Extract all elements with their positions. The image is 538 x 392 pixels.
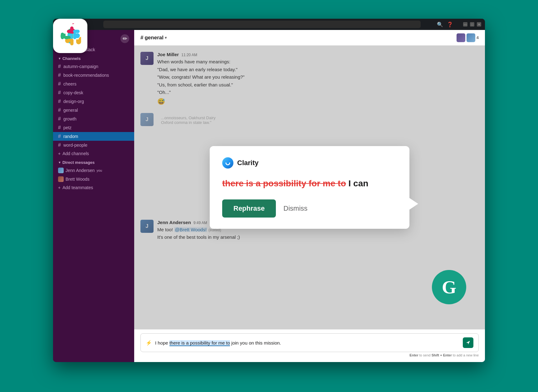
channel-name: growth — [63, 116, 76, 121]
sidebar-item-copy-desk[interactable]: # copy-desk — [53, 88, 134, 97]
channel-hash: # — [140, 35, 143, 41]
dm-section-header[interactable]: ▼ Direct messages — [53, 158, 134, 166]
plus-icon: + — [58, 185, 61, 190]
modal-overlay: Clarity there is a possibility for me to… — [134, 46, 485, 329]
dismiss-button[interactable]: Dismiss — [283, 204, 307, 213]
brett-name: Brett Woods — [66, 177, 90, 182]
shift-enter-hint: Shift + Enter — [432, 353, 452, 357]
new-message-button[interactable]: ✏ — [120, 34, 129, 43]
sidebar-item-design-org[interactable]: # design-org — [53, 97, 134, 106]
main-content: # general ▾ 4 J — [134, 30, 485, 362]
brett-avatar — [58, 176, 64, 182]
sidebar-item-cheers[interactable]: # cheers — [53, 80, 134, 88]
channel-name: cheers — [63, 81, 76, 86]
sidebar-item-autumn-campaign[interactable]: # autumn-campaign — [53, 62, 134, 71]
svg-rect-1 — [61, 33, 64, 39]
message-input-box[interactable]: ⚡ I hope there is a possibility for me t… — [140, 333, 479, 352]
add-teammates-label: Add teammates — [62, 185, 93, 190]
enter-key-hint: Enter — [409, 353, 418, 357]
dm-label: Direct messages — [62, 160, 95, 165]
sidebar-item-add-teammates[interactable]: + Add teammates — [53, 184, 134, 192]
search-bar[interactable] — [103, 21, 421, 28]
channel-name: book-recommendations — [63, 73, 109, 78]
hash-icon: # — [58, 107, 61, 113]
sidebar-item-word-people[interactable]: # word-people — [53, 141, 134, 149]
sidebar-item-jenn-andersen[interactable]: Jenn Andersen you — [53, 166, 134, 175]
clarity-logo-icon — [222, 157, 233, 169]
app-layout: AcmeCo ▾ ✏ ⋮⋮ Browse Slack ▼ Channels # … — [53, 30, 485, 362]
sidebar-item-general[interactable]: # general — [53, 106, 134, 115]
hash-icon: # — [58, 116, 61, 122]
rephrase-button[interactable]: Rephrase — [222, 199, 276, 218]
message-input-text[interactable]: I hope there is a possibility for me to … — [155, 340, 460, 345]
rephrase-suggestion-text: there is a possibility for me to I can — [222, 177, 397, 189]
sidebar-item-random[interactable]: # random — [53, 132, 134, 141]
channel-name: word-people — [63, 143, 87, 148]
input-highlighted-text: there is a possibility for me to — [169, 340, 230, 346]
to-send-label: to send — [419, 353, 432, 357]
svg-rect-2 — [64, 36, 71, 39]
titlebar: ≡ ← → ⏱ 🔍 ❓ — □ ✕ — [53, 19, 485, 30]
channels-arrow: ▼ — [58, 57, 61, 60]
slack-logo — [58, 23, 83, 48]
lightning-icon: ⚡ — [146, 340, 152, 346]
channel-name: autumn-campaign — [63, 64, 98, 69]
minimize-button[interactable]: — — [463, 22, 467, 27]
popup-tail — [409, 198, 418, 210]
titlebar-actions: 🔍 ❓ — [437, 22, 453, 27]
sidebar: AcmeCo ▾ ✏ ⋮⋮ Browse Slack ▼ Channels # … — [53, 30, 134, 362]
clarity-popup: Clarity there is a possibility for me to… — [210, 146, 409, 229]
slack-app-icon — [53, 19, 87, 53]
jenn-avatar — [58, 168, 64, 173]
channel-name-label: general — [144, 35, 163, 41]
message-input-area: ⚡ I hope there is a possibility for me t… — [134, 329, 485, 362]
new-line-label: to add a new line — [453, 353, 479, 357]
add-channels-label: Add channels — [62, 151, 89, 156]
replacement-phrase: I can — [349, 179, 369, 188]
grammarly-icon-circle: G — [432, 270, 466, 304]
send-button[interactable] — [463, 337, 473, 348]
clarity-header: Clarity — [222, 157, 397, 169]
popup-actions: Rephrase Dismiss — [222, 199, 397, 218]
hash-icon: # — [58, 72, 61, 78]
search-icon[interactable]: 🔍 — [437, 22, 443, 27]
sidebar-item-brett-woods[interactable]: Brett Woods — [53, 175, 134, 184]
channel-name: copy-desk — [63, 90, 83, 95]
hash-icon: # — [58, 81, 61, 87]
channel-name: petz — [63, 125, 71, 130]
maximize-button[interactable]: □ — [470, 22, 474, 27]
plus-icon: + — [58, 151, 61, 156]
channel-title: # general ▾ — [140, 35, 167, 41]
member-avatars[interactable]: 4 — [457, 33, 479, 42]
channels-section-header[interactable]: ▼ Channels — [53, 54, 134, 62]
sidebar-item-book-recommendations[interactable]: # book-recommendations — [53, 71, 134, 80]
hash-icon: # — [58, 99, 61, 104]
channel-name: random — [63, 134, 78, 139]
input-text-before: I hope — [155, 340, 169, 345]
close-button[interactable]: ✕ — [477, 22, 481, 27]
send-icon — [466, 340, 471, 345]
svg-rect-6 — [73, 33, 76, 39]
svg-rect-5 — [73, 30, 80, 33]
svg-rect-4 — [67, 30, 74, 33]
sidebar-item-add-channels[interactable]: + Add channels — [53, 149, 134, 158]
clarity-title: Clarity — [237, 159, 258, 167]
messages-area: J Joe Miller 11:20 AM When words have ma… — [134, 46, 485, 329]
help-icon[interactable]: ❓ — [447, 22, 453, 27]
channels-label: Channels — [62, 56, 81, 61]
you-label: you — [96, 169, 102, 172]
grammarly-g-letter: G — [442, 277, 457, 298]
sidebar-item-growth[interactable]: # growth — [53, 115, 134, 123]
sidebar-item-petz[interactable]: # petz — [53, 123, 134, 132]
hash-icon: # — [58, 64, 61, 69]
channel-name: design-org — [63, 99, 84, 104]
channel-name: general — [63, 108, 78, 113]
input-hint: Enter to send Shift + Enter to add a new… — [140, 353, 479, 357]
channel-chevron-icon[interactable]: ▾ — [165, 36, 167, 40]
dm-arrow: ▼ — [58, 161, 61, 164]
svg-point-9 — [222, 157, 233, 169]
svg-rect-8 — [70, 39, 73, 45]
input-text-after: join you on this mission. — [230, 340, 281, 345]
hash-icon: # — [58, 142, 61, 148]
channel-header: # general ▾ 4 — [134, 30, 485, 46]
